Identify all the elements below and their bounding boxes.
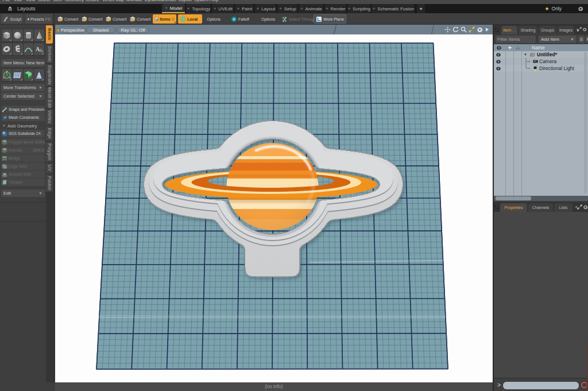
helix-primitive-button[interactable] — [13, 43, 23, 55]
tab-properties[interactable]: Properties — [500, 203, 527, 212]
item-menu-dropdown[interactable]: Item Menu: New Item▼ — [1, 59, 45, 67]
item-list-vscrollbar[interactable] — [584, 52, 587, 193]
cylinder-primitive-button[interactable] — [24, 29, 34, 41]
transform-gizmo-button[interactable] — [2, 69, 12, 81]
scope-button[interactable]: S — [578, 36, 585, 43]
bridge-button[interactable]: Bridge — [1, 154, 45, 162]
menu-geometry[interactable]: Geometry — [65, 0, 84, 2]
name-column-header[interactable]: Name — [532, 45, 545, 51]
mesh-constraints-button[interactable]: Mesh Constraints — [1, 114, 45, 121]
layout-tab-animate[interactable]: ★Animate — [299, 4, 323, 13]
axes-column-icon[interactable] — [516, 45, 520, 50]
menu-render[interactable]: Render — [163, 0, 177, 2]
item-list-hscrollbar[interactable] — [494, 196, 588, 201]
panel-gear-icon[interactable] — [583, 204, 588, 210]
layout-tab-paint[interactable]: ★Paint — [235, 4, 254, 13]
vtab-polygon[interactable]: Polygon — [46, 142, 53, 162]
material-cube-button[interactable] — [24, 69, 34, 81]
vtab-uv[interactable]: UV — [46, 163, 53, 173]
cube-primitive-button[interactable] — [2, 29, 12, 41]
zoom-icon[interactable] — [461, 26, 467, 33]
vtab-basic[interactable]: Basic — [46, 25, 53, 44]
vtab-mesh-edit[interactable]: Mesh Edit — [46, 87, 53, 108]
convert-button-2[interactable]: Convert — [80, 14, 105, 24]
item-row-untitled[interactable]: ▼ Untitled* — [494, 51, 588, 58]
layout-tab-scripting[interactable]: ★Scripting — [347, 4, 370, 13]
viewport-menu-arrow-icon[interactable] — [485, 27, 489, 32]
work-plane-button[interactable]: Work Plane — [314, 14, 346, 24]
wedge-tool-button[interactable] — [34, 69, 44, 81]
shading-selector[interactable]: Shaded — [86, 26, 115, 33]
menu-file[interactable]: File — [3, 0, 10, 2]
visibility-column-icon[interactable] — [497, 46, 501, 50]
add-item-dropdown[interactable]: Add Item▼ — [539, 36, 577, 43]
layoutbar-gear-icon[interactable] — [578, 6, 583, 11]
tab-item-list[interactable]: Item.... — [501, 26, 517, 34]
layout-tab-render[interactable]: ★Render — [324, 4, 346, 13]
extrude-button[interactable]: ExtrudeShift-X — [1, 146, 45, 154]
panel-maximize-icon[interactable] — [577, 204, 582, 210]
menu-select[interactable]: Select — [38, 0, 50, 2]
vtab-vertex[interactable]: Vertex — [46, 109, 53, 125]
sculpt-button[interactable]: Sculpt — [1, 14, 23, 24]
only-label[interactable]: Only — [552, 6, 562, 11]
snaps-precision-button[interactable]: Snaps and Precision — [1, 106, 45, 113]
layout-tab-setup[interactable]: ★Setup — [277, 4, 297, 13]
tab-shading[interactable]: Shading — [519, 26, 537, 34]
presets-button[interactable]: PresetsF6 — [25, 14, 52, 24]
eye-icon[interactable] — [496, 60, 501, 64]
layout-tab-model[interactable]: ★Model — [162, 4, 185, 13]
torus-primitive-button[interactable] — [2, 43, 12, 55]
menu-vertex-map[interactable]: Vertex Map — [102, 0, 124, 2]
expand-arrow[interactable]: ▼ — [524, 53, 527, 56]
eye-icon[interactable] — [496, 67, 501, 71]
select-through-button[interactable]: Select Through — [280, 14, 318, 24]
edge-slice-button[interactable]: Edge Slice — [1, 162, 45, 170]
more-transforms-dropdown[interactable]: More Transforms▼ — [1, 84, 45, 91]
sds-subdivide-button[interactable]: SDS Subdivide 2X — [1, 130, 45, 137]
layout-tab-layout[interactable]: ★Layout — [255, 4, 276, 13]
center-selected-dropdown[interactable]: Center Selected▼ — [1, 92, 45, 100]
vtab-fusion[interactable]: Fusion — [46, 175, 53, 192]
vtab-duplicate[interactable]: Duplicate — [46, 64, 53, 86]
filter-items-input[interactable]: Filter Items — [496, 36, 536, 43]
menu-system[interactable]: System — [194, 0, 208, 2]
menu-layout[interactable]: Layout — [179, 0, 192, 2]
tab-lists[interactable]: Lists — [554, 203, 572, 212]
menu-texture[interactable]: Texture — [85, 0, 99, 2]
add-layout-tab-button[interactable]: + — [417, 4, 425, 13]
smooth-shift-button[interactable]: Smooth Shift — [1, 171, 45, 178]
items-mode-button[interactable]: ItemsS — [153, 14, 176, 24]
item-row-camera[interactable]: Camera — [494, 58, 588, 65]
3d-viewport[interactable]: Perspective Shaded Ray GL: Off — [55, 25, 493, 382]
filter-button[interactable]: F — [586, 36, 588, 43]
menu-dynamics[interactable]: Dynamics — [145, 0, 164, 2]
menu-view[interactable]: View — [26, 0, 35, 2]
rotate-icon[interactable] — [452, 26, 459, 33]
options-button-1[interactable]: Options — [205, 14, 222, 24]
local-action-center-button[interactable]: Local — [178, 14, 202, 24]
panel-corner-icon[interactable] — [495, 28, 499, 32]
vtab-edge[interactable]: Edge — [46, 126, 53, 141]
pin-column-icon[interactable] — [508, 45, 512, 50]
polygon-bevel-button[interactable]: Polygon BevelShift-B — [1, 138, 45, 146]
edit-dropdown[interactable]: Edit▼ — [1, 189, 45, 197]
ground-plane-button[interactable] — [13, 69, 23, 81]
tab-images[interactable]: Images — [558, 26, 574, 34]
tab-groups[interactable]: Groups — [539, 26, 556, 34]
menu-item[interactable]: Item — [53, 0, 62, 2]
tab-channels[interactable]: Channels — [528, 203, 553, 212]
panel-maximize-icon[interactable] — [577, 27, 582, 32]
falloff-button[interactable]: Falloff — [229, 14, 251, 24]
add-geometry-section-header[interactable]: ▼Add Geometry — [1, 123, 45, 129]
layout-tab-topology[interactable]: ★Topology — [186, 4, 211, 13]
layouts-label[interactable]: Layouts — [17, 6, 36, 11]
vtab-deform[interactable]: Deform — [46, 45, 53, 63]
raygl-selector[interactable]: Ray GL: Off — [117, 26, 149, 33]
menu-animate[interactable]: Animate — [126, 0, 142, 2]
panel-corner-icon[interactable] — [495, 205, 499, 209]
layout-tab-schematic-fusion[interactable]: ★Schematic Fusion — [372, 4, 415, 13]
menu-help[interactable]: Help — [210, 0, 218, 2]
only-star-icon[interactable]: ★ — [544, 6, 549, 11]
maximize-icon[interactable] — [469, 26, 475, 33]
